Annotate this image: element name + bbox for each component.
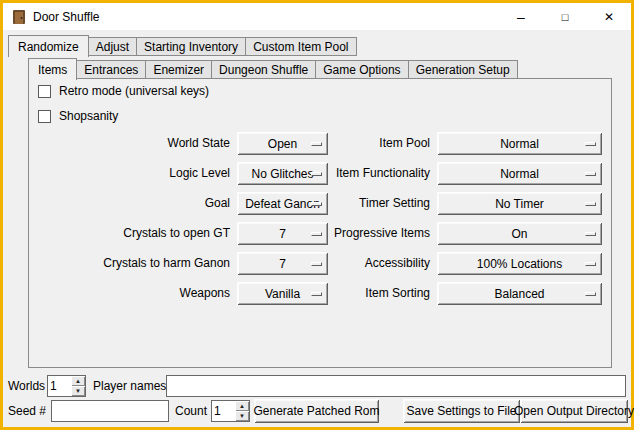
count-spinbox[interactable]: ▲ ▼ (211, 400, 250, 422)
worlds-spinbox[interactable]: ▲ ▼ (47, 375, 86, 397)
item-pool-optionmenu[interactable]: Normal (437, 132, 602, 155)
generate-rom-button[interactable]: Generate Patched Rom (254, 399, 379, 423)
count-spinbox-input[interactable] (212, 401, 235, 421)
tab-entrances[interactable]: Entrances (76, 60, 146, 79)
accessibility-label: Accessibility (365, 252, 430, 275)
tab-adjust[interactable]: Adjust (88, 37, 137, 56)
item-pool-label: Item Pool (379, 132, 430, 155)
seed-label: Seed # (8, 400, 46, 422)
tab-custom-item-pool[interactable]: Custom Item Pool (245, 37, 356, 56)
inner-tab-bar: Items Entrances Enemizer Dungeon Shuffle… (28, 57, 518, 79)
worlds-label: Worlds (8, 375, 45, 397)
weapons-optionmenu[interactable]: Vanilla (237, 282, 328, 305)
item-sorting-label: Item Sorting (365, 282, 430, 305)
spin-up-glyph: ▲ (239, 403, 245, 409)
app-icon (11, 9, 27, 25)
world-state-value: Open (268, 137, 297, 151)
timer-setting-optionmenu[interactable]: No Timer (437, 192, 602, 215)
client-area: Randomize Adjust Starting Inventory Cust… (3, 30, 631, 427)
goal-label: Goal (205, 192, 230, 215)
tab-dungeon-shuffle[interactable]: Dungeon Shuffle (211, 60, 316, 79)
spin-down-glyph: ▼ (239, 413, 245, 419)
dropdown-indicator-icon (311, 292, 322, 296)
titlebar[interactable]: Door Shuffle – □ ✕ (3, 3, 631, 30)
logic-level-value: No Glitches (251, 167, 313, 181)
window-title: Door Shuffle (33, 10, 100, 24)
dropdown-indicator-icon (585, 142, 596, 146)
logic-level-optionmenu[interactable]: No Glitches (237, 162, 328, 185)
dropdown-indicator-icon (585, 262, 596, 266)
player-names-label: Player names (93, 375, 166, 397)
accessibility-optionmenu[interactable]: 100% Locations (437, 252, 602, 275)
spin-up-icon[interactable]: ▲ (71, 376, 85, 386)
accessibility-value: 100% Locations (477, 257, 562, 271)
goal-value: Defeat Ganon (245, 197, 320, 211)
count-label: Count (175, 400, 207, 422)
open-output-button[interactable]: Open Output Directory (520, 399, 628, 423)
item-functionality-label: Item Functionality (336, 162, 430, 185)
tab-generation-setup[interactable]: Generation Setup (408, 60, 518, 79)
dropdown-indicator-icon (585, 292, 596, 296)
tab-enemizer[interactable]: Enemizer (145, 60, 212, 79)
window: Door Shuffle – □ ✕ Randomize Adjust Star… (0, 0, 634, 430)
timer-setting-value: No Timer (495, 197, 544, 211)
logic-level-label: Logic Level (169, 162, 230, 185)
spin-down-glyph: ▼ (75, 388, 81, 394)
item-sorting-optionmenu[interactable]: Balanced (437, 282, 602, 305)
close-button[interactable]: ✕ (587, 3, 631, 30)
tab-randomize[interactable]: Randomize (8, 35, 89, 57)
tab-starting-inventory[interactable]: Starting Inventory (136, 37, 246, 56)
item-functionality-optionmenu[interactable]: Normal (437, 162, 602, 185)
crystals-ganon-optionmenu[interactable]: 7 (237, 252, 328, 275)
worlds-spinbox-input[interactable] (48, 376, 71, 396)
retro-mode-checkbox[interactable] (38, 85, 51, 98)
item-pool-value: Normal (500, 137, 539, 151)
goal-optionmenu[interactable]: Defeat Ganon (237, 192, 328, 215)
weapons-value: Vanilla (265, 287, 300, 301)
tab-items[interactable]: Items (28, 58, 77, 80)
progressive-items-value: On (511, 227, 527, 241)
item-functionality-value: Normal (500, 167, 539, 181)
dropdown-indicator-icon (311, 202, 322, 206)
weapons-label: Weapons (180, 282, 230, 305)
dropdown-indicator-icon (311, 172, 322, 176)
world-state-label: World State (168, 132, 230, 155)
seed-input[interactable] (51, 400, 169, 422)
crystals-ganon-label: Crystals to harm Ganon (103, 252, 230, 275)
dropdown-indicator-icon (311, 142, 322, 146)
dropdown-indicator-icon (311, 262, 322, 266)
spin-down-icon[interactable]: ▼ (235, 411, 249, 421)
dropdown-indicator-icon (585, 202, 596, 206)
progressive-items-label: Progressive Items (334, 222, 430, 245)
shopsanity-label: Shopsanity (59, 109, 118, 124)
timer-setting-label: Timer Setting (359, 192, 430, 215)
progressive-items-optionmenu[interactable]: On (437, 222, 602, 245)
crystals-gt-label: Crystals to open GT (123, 222, 230, 245)
world-state-optionmenu[interactable]: Open (237, 132, 328, 155)
spin-up-glyph: ▲ (75, 378, 81, 384)
crystals-ganon-value: 7 (279, 257, 286, 271)
dropdown-indicator-icon (311, 232, 322, 236)
spin-down-icon[interactable]: ▼ (71, 386, 85, 396)
tab-game-options[interactable]: Game Options (315, 60, 408, 79)
dropdown-indicator-icon (585, 172, 596, 176)
retro-mode-label: Retro mode (universal keys) (59, 84, 209, 99)
player-names-input[interactable] (166, 375, 626, 397)
dropdown-indicator-icon (585, 232, 596, 236)
spin-up-icon[interactable]: ▲ (235, 401, 249, 411)
crystals-gt-optionmenu[interactable]: 7 (237, 222, 328, 245)
maximize-button[interactable]: □ (543, 3, 587, 30)
crystals-gt-value: 7 (279, 227, 286, 241)
save-settings-button[interactable]: Save Settings to File (403, 399, 520, 423)
item-sorting-value: Balanced (494, 287, 544, 301)
minimize-button[interactable]: – (499, 3, 543, 30)
outer-tab-bar: Randomize Adjust Starting Inventory Cust… (8, 34, 357, 56)
shopsanity-checkbox[interactable] (38, 110, 51, 123)
